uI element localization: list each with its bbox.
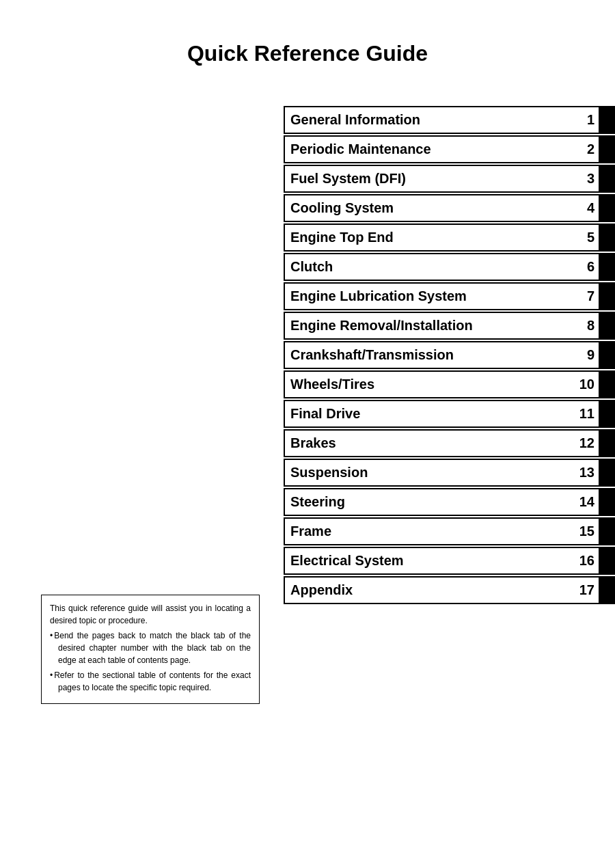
- toc-row[interactable]: Clutch6: [284, 253, 615, 281]
- toc-number: 1: [571, 107, 599, 133]
- toc-tab: [599, 254, 614, 280]
- toc-tab: [599, 284, 614, 309]
- toc-label: Appendix: [285, 578, 571, 603]
- toc-row[interactable]: Frame15: [284, 517, 615, 545]
- page-title: Quick Reference Guide: [0, 0, 615, 100]
- toc-number: 10: [571, 372, 599, 397]
- toc-label: Electrical System: [285, 548, 571, 573]
- toc-label: Engine Removal/Installation: [285, 313, 571, 338]
- toc-number: 17: [571, 578, 599, 603]
- toc-number: 7: [571, 284, 599, 309]
- toc-row[interactable]: Cooling System4: [284, 194, 615, 222]
- info-intro: This quick reference guide will assist y…: [50, 602, 251, 627]
- toc-tab: [599, 166, 614, 191]
- toc-number: 5: [571, 225, 599, 250]
- toc-row[interactable]: General Information1: [284, 106, 615, 134]
- toc-label: Engine Lubrication System: [285, 284, 571, 309]
- toc-number: 2: [571, 137, 599, 162]
- toc-label: Wheels/Tires: [285, 372, 571, 397]
- toc-tab: [599, 313, 614, 338]
- toc-label: Cooling System: [285, 195, 571, 221]
- toc-number: 14: [571, 489, 599, 515]
- toc-row[interactable]: Suspension13: [284, 459, 615, 487]
- toc-row[interactable]: Fuel System (DFI)3: [284, 165, 615, 193]
- toc-row[interactable]: Periodic Maintenance2: [284, 135, 615, 163]
- toc-number: 4: [571, 195, 599, 221]
- toc-row[interactable]: Engine Top End5: [284, 223, 615, 252]
- toc-tab: [599, 137, 614, 162]
- toc-label: Crankshaft/Transmission: [285, 342, 571, 368]
- info-list: Bend the pages back to match the black t…: [50, 629, 251, 694]
- toc-label: Engine Top End: [285, 225, 571, 250]
- toc-label: Brakes: [285, 431, 571, 456]
- toc-row[interactable]: Steering14: [284, 488, 615, 516]
- toc-tab: [599, 107, 614, 133]
- info-bullet: Refer to the sectional table of contents…: [50, 669, 251, 694]
- toc-tab: [599, 431, 614, 456]
- toc-number: 15: [571, 519, 599, 544]
- toc-label: Steering: [285, 489, 571, 515]
- toc-tab: [599, 401, 614, 426]
- toc-row[interactable]: Appendix17: [284, 576, 615, 604]
- toc-row[interactable]: Final Drive11: [284, 400, 615, 428]
- toc-number: 16: [571, 548, 599, 573]
- toc-number: 8: [571, 313, 599, 338]
- toc-number: 12: [571, 431, 599, 456]
- toc-row[interactable]: Brakes12: [284, 429, 615, 457]
- toc-number: 3: [571, 166, 599, 191]
- toc-number: 13: [571, 460, 599, 485]
- toc-label: Clutch: [285, 254, 571, 280]
- info-box: This quick reference guide will assist y…: [41, 595, 260, 704]
- toc-label: Frame: [285, 519, 571, 544]
- toc-tab: [599, 342, 614, 368]
- toc-tab: [599, 489, 614, 515]
- toc-row[interactable]: Crankshaft/Transmission9: [284, 341, 615, 369]
- toc-label: General Information: [285, 107, 571, 133]
- toc-row[interactable]: Engine Lubrication System7: [284, 282, 615, 310]
- toc-row[interactable]: Electrical System16: [284, 547, 615, 575]
- toc-tab: [599, 460, 614, 485]
- toc-row[interactable]: Engine Removal/Installation8: [284, 312, 615, 340]
- toc-tab: [599, 372, 614, 397]
- toc-label: Final Drive: [285, 401, 571, 426]
- toc-row[interactable]: Wheels/Tires10: [284, 370, 615, 398]
- toc-tab: [599, 225, 614, 250]
- toc-tab: [599, 519, 614, 544]
- toc-label: Fuel System (DFI): [285, 166, 571, 191]
- table-of-contents: General Information1Periodic Maintenance…: [284, 106, 615, 606]
- toc-tab: [599, 548, 614, 573]
- toc-label: Suspension: [285, 460, 571, 485]
- info-bullet: Bend the pages back to match the black t…: [50, 629, 251, 666]
- toc-number: 6: [571, 254, 599, 280]
- toc-label: Periodic Maintenance: [285, 137, 571, 162]
- toc-tab: [599, 195, 614, 221]
- toc-number: 11: [571, 401, 599, 426]
- toc-tab: [599, 578, 614, 603]
- toc-number: 9: [571, 342, 599, 368]
